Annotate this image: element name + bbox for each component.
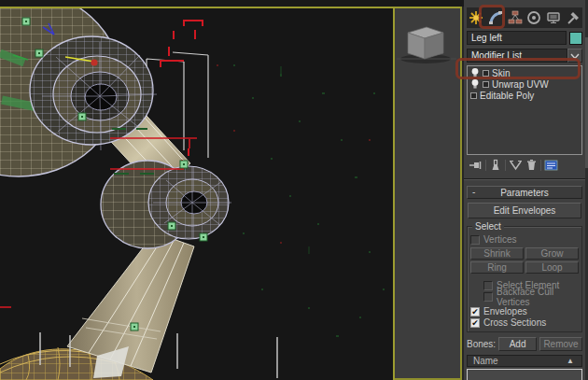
cross-sections-row: ✔ Cross Sections [470,317,579,328]
select-group-label: Select [472,221,504,232]
envelopes-checkbox[interactable]: ✔ [470,307,480,317]
modifier-icon [483,81,489,88]
secondary-viewport[interactable] [395,8,460,380]
modifier-row-unwrap-uvw[interactable]: Unwrap UVW [468,78,581,90]
shrink-button[interactable]: Shrink [470,247,524,260]
tab-modify[interactable] [487,8,505,27]
sort-ascending-icon[interactable]: ▲ [567,357,574,365]
backface-cull-row: Backface Cull Vertices [483,291,579,302]
grow-button[interactable]: Grow [525,247,579,260]
display-monitor-icon [546,10,561,25]
collapse-glyph: - [472,187,475,197]
show-end-result-icon[interactable] [489,159,502,172]
tab-create[interactable] [468,8,485,27]
leg-model-wireframe [0,8,393,380]
modifier-list-row: Modifier List [467,49,582,63]
tab-motion[interactable] [525,8,543,27]
pin-stack-icon[interactable] [469,159,483,172]
main-viewport[interactable] [0,8,393,380]
background-specks-red [217,64,371,244]
vertices-label: Vertices [483,234,517,245]
vertices-checkbox[interactable] [470,235,480,245]
modifier-row-skin[interactable]: Skin [468,67,581,78]
modifier-row-editable-poly[interactable]: Editable Poly [468,90,581,101]
edit-envelopes-button[interactable]: Edit Envelopes [468,203,581,218]
ring-button[interactable]: Ring [470,261,524,274]
motion-wheel-icon [526,10,541,25]
sun-burst-icon [469,10,483,25]
envelopes-row: ✔ Envelopes [470,306,579,317]
bone-list-header[interactable]: Name ▲ [467,355,582,367]
cross-sections-label: Cross Sections [483,317,546,328]
object-name-row: Leg left [467,31,582,45]
bones-row: Bones: Add Remove [467,337,582,351]
bone-list[interactable] [467,369,582,380]
select-buttons: Shrink Grow Ring Loop [470,247,579,274]
tab-hierarchy[interactable] [506,8,524,27]
panel-divider [464,178,585,180]
vertices-row: Vertices [470,234,579,245]
modifier-icon [483,70,489,77]
modifier-label: Unwrap UVW [492,79,549,90]
modifier-list-arrow-button[interactable] [567,49,582,63]
chevron-down-icon [570,52,580,60]
modifier-label: Skin [492,68,510,78]
object-color-swatch[interactable] [569,32,582,45]
command-panel: Leg left Modifier List Skin Unwrap UVW [464,0,588,380]
viewport-split-border [460,7,462,380]
toolbar-separator [505,160,506,171]
parameters-rollout-header[interactable]: - Parameters [467,186,582,199]
make-unique-icon[interactable] [509,159,523,172]
backface-cull-checkbox[interactable] [483,292,493,302]
command-panel-tabs [467,7,582,28]
select-groupbox: Select Vertices Shrink Grow Ring Loop Se… [467,226,582,332]
remove-bone-button[interactable]: Remove [539,337,582,351]
object-name-field[interactable]: Leg left [467,31,567,45]
modify-arc-icon [488,10,503,25]
visibility-bulb-icon[interactable] [470,78,480,90]
loop-button[interactable]: Loop [525,261,579,274]
utilities-hammer-icon [566,10,581,25]
app-window: Leg left Modifier List Skin Unwrap UVW [0,0,588,380]
modifier-stack-toolbar [467,158,582,172]
bones-label: Bones: [467,339,496,349]
select-element-checkbox[interactable] [483,281,493,290]
hierarchy-boxes-icon [508,10,523,25]
modifier-stack: Skin Unwrap UVW Editable Poly [467,65,582,155]
remove-modifier-icon[interactable] [525,159,538,172]
toolbar-separator [540,160,541,171]
modifier-icon [470,92,477,99]
configure-modifier-sets-icon[interactable] [544,159,558,172]
background-specks [233,64,385,337]
backface-cull-label: Backface Cull Vertices [497,287,579,307]
toolbar-separator [485,160,486,171]
add-bone-button[interactable]: Add [498,337,537,351]
envelopes-label: Envelopes [483,306,527,317]
tab-display[interactable] [545,8,563,27]
rollout-title: Parameters [500,188,549,198]
cross-sections-checkbox[interactable]: ✔ [470,318,480,328]
name-column-label: Name [473,356,498,366]
modifier-label: Editable Poly [480,91,534,101]
box-object-preview [395,8,460,380]
tab-utilities[interactable] [564,8,581,27]
modifier-list-dropdown[interactable]: Modifier List [467,49,567,63]
visibility-bulb-icon[interactable] [470,67,480,78]
